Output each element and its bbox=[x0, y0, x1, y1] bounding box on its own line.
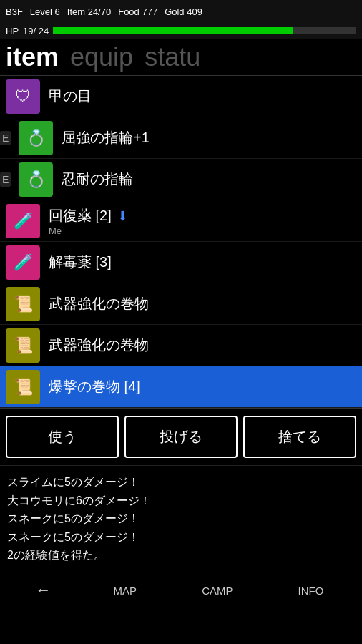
item-list[interactable]: 🛡甲の目E💍屈強の指輪+1E💍忍耐の指輪🧪回復薬 [2]⬇Me🧪解毒薬 [3]📜… bbox=[0, 76, 362, 408]
tab-bar: item equip statu bbox=[0, 39, 362, 76]
list-item[interactable]: 🧪解毒薬 [3] bbox=[0, 242, 362, 283]
item-label: 甲の目 bbox=[49, 87, 92, 106]
throw-button[interactable]: 投げる bbox=[124, 416, 238, 458]
food-label: Food 777 bbox=[118, 6, 157, 17]
map-button[interactable]: MAP bbox=[102, 579, 149, 602]
item-icon: 🧪 bbox=[6, 204, 40, 238]
status-bar: B3F Level 6 Item 24/70 Food 777 Gold 409 bbox=[0, 0, 362, 23]
list-item[interactable]: 🛡甲の目 bbox=[0, 76, 362, 117]
item-label: 忍耐の指輪 bbox=[62, 170, 133, 189]
item-label: 爆撃の巻物 [4] bbox=[49, 377, 140, 396]
list-item[interactable]: 📜爆撃の巻物 [4] bbox=[0, 366, 362, 408]
discard-button[interactable]: 捨てる bbox=[243, 416, 356, 458]
list-item[interactable]: 📜武器強化の巻物 bbox=[0, 325, 362, 366]
message-line: スネークに5のダメージ！ bbox=[7, 509, 355, 528]
item-label: 武器強化の巻物 bbox=[49, 294, 149, 313]
message-box: スライムに5のダメージ！大コウモリに6のダメージ！スネークに5のダメージ！スネー… bbox=[0, 465, 362, 572]
back-button[interactable]: ← bbox=[27, 575, 60, 605]
item-icon: 💍 bbox=[19, 162, 53, 197]
hp-bar-fill bbox=[53, 27, 293, 34]
action-buttons: 使う 投げる 捨てる bbox=[0, 408, 362, 465]
camp-button[interactable]: CAMP bbox=[190, 579, 244, 602]
tab-item[interactable]: item bbox=[6, 42, 59, 72]
items-label: Item 24/70 bbox=[67, 6, 111, 17]
item-icon: 📜 bbox=[6, 328, 40, 363]
list-item[interactable]: 📜武器強化の巻物 bbox=[0, 283, 362, 325]
message-line: 大コウモリに6のダメージ！ bbox=[7, 492, 355, 510]
item-icon: 🛡 bbox=[6, 79, 40, 114]
item-label: 解毒薬 [3] bbox=[49, 253, 112, 272]
hp-bar-container: HP 19/ 24 bbox=[0, 23, 362, 39]
item-label: 武器強化の巻物 bbox=[49, 336, 149, 355]
item-label: 回復薬 [2]⬇Me bbox=[49, 206, 128, 236]
use-button[interactable]: 使う bbox=[6, 416, 119, 458]
hp-bar-background bbox=[53, 27, 356, 34]
item-icon: 💍 bbox=[19, 121, 53, 155]
gold-label: Gold 409 bbox=[165, 6, 202, 17]
tab-equip[interactable]: equip bbox=[70, 42, 133, 72]
message-line: スネークに5のダメージ！ bbox=[7, 528, 355, 547]
tab-status[interactable]: statu bbox=[145, 42, 200, 72]
me-label: Me bbox=[49, 225, 128, 236]
list-item[interactable]: E💍屈強の指輪+1 bbox=[0, 117, 362, 159]
item-icon: 📜 bbox=[6, 370, 40, 404]
floor-label: B3F bbox=[6, 6, 23, 17]
info-button[interactable]: INFO bbox=[287, 579, 336, 602]
item-icon: 📜 bbox=[6, 287, 40, 321]
download-icon: ⬇ bbox=[117, 209, 128, 223]
list-item[interactable]: 🧪回復薬 [2]⬇Me bbox=[0, 200, 362, 242]
item-icon: 🧪 bbox=[6, 245, 40, 280]
hp-label: HP bbox=[6, 26, 19, 36]
hp-value: 19/ 24 bbox=[23, 26, 49, 36]
list-item[interactable]: E💍忍耐の指輪 bbox=[0, 159, 362, 200]
message-line: 2の経験値を得た。 bbox=[7, 546, 355, 565]
level-label: Level 6 bbox=[30, 6, 60, 17]
item-label: 屈強の指輪+1 bbox=[62, 128, 150, 147]
bottom-nav: ← MAP CAMP INFO bbox=[0, 572, 362, 609]
message-line: スライムに5のダメージ！ bbox=[7, 473, 355, 492]
